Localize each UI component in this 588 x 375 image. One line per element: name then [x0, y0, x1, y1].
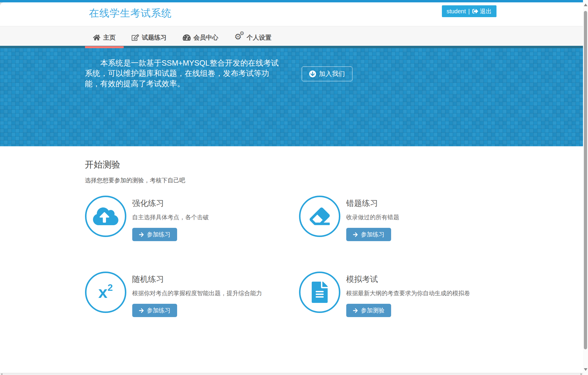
- quiz-cards: 强化练习 自主选择具体考点，各个击破 参加练习: [85, 196, 498, 317]
- vertical-scrollbar[interactable]: [583, 0, 588, 375]
- nav-item-label: 会员中心: [194, 33, 218, 42]
- card-icon-circle: [299, 272, 340, 313]
- username-label: student: [447, 8, 466, 15]
- page-body: 在线学生考试系统 student | 退出 主页: [0, 2, 583, 373]
- main-nav: 主页 试题练习 会员中心 ⚙⚙ 个人设置: [0, 26, 583, 48]
- card-title: 随机练习: [132, 274, 262, 285]
- home-icon: [93, 34, 100, 41]
- arrow-right-icon: [139, 232, 144, 237]
- card-intensive-practice: 强化练习 自主选择具体考点，各个击破 参加练习: [85, 196, 299, 241]
- card-button-label: 参加练习: [361, 230, 385, 238]
- logout-button[interactable]: student | 退出: [442, 5, 496, 17]
- join-practice-button[interactable]: 参加练习: [132, 304, 177, 317]
- sign-out-icon: [472, 8, 478, 14]
- card-icon-circle: [85, 196, 126, 237]
- join-practice-button[interactable]: 参加练习: [132, 228, 177, 241]
- card-description: 根据你对考点的掌握程度智能出题，提升综合能力: [132, 289, 262, 297]
- nav-item-practice[interactable]: 试题练习: [124, 26, 175, 48]
- arrow-right-icon: [139, 308, 144, 313]
- card-button-label: 参加测验: [361, 306, 385, 314]
- card-title: 模拟考试: [346, 274, 470, 285]
- nav-item-member-center[interactable]: 会员中心: [175, 26, 226, 48]
- nav-item-label: 试题练习: [142, 33, 167, 42]
- hero-description: 本系统是一款基于SSM+MYSQL整合开发的在线考试系统，可以维护题库和试题，在…: [85, 58, 280, 89]
- card-description: 收录做过的所有错题: [346, 213, 399, 221]
- nav-item-home[interactable]: 主页: [85, 26, 124, 48]
- card-icon-circle: [299, 196, 340, 237]
- cloud-upload-icon: [93, 206, 118, 227]
- hero-banner: 本系统是一款基于SSM+MYSQL整合开发的在线考试系统，可以维护题库和试题，在…: [0, 48, 583, 146]
- logout-label: 退出: [480, 7, 492, 15]
- card-button-label: 参加练习: [147, 306, 171, 314]
- scroll-down-arrow-icon[interactable]: [584, 368, 587, 371]
- dashboard-icon: [183, 34, 191, 41]
- x-squared-icon: x2: [98, 284, 113, 301]
- arrow-circle-down-icon: [309, 70, 316, 77]
- scroll-left-arrow-icon[interactable]: [1, 373, 2, 375]
- browser-viewport: 在线学生考试系统 student | 退出 主页: [0, 0, 583, 373]
- section-title: 开始测验: [85, 159, 498, 171]
- nav-list: 主页 试题练习 会员中心 ⚙⚙ 个人设置: [85, 26, 498, 48]
- arrow-right-icon: [353, 308, 358, 313]
- card-button-label: 参加练习: [147, 230, 171, 238]
- vertical-scrollbar-thumb[interactable]: [584, 11, 587, 349]
- gears-icon: ⚙⚙: [234, 33, 244, 42]
- card-wrong-questions: 错题练习 收录做过的所有错题 参加练习: [299, 196, 513, 241]
- nav-item-settings[interactable]: ⚙⚙ 个人设置: [226, 26, 280, 48]
- card-mock-exam: 模拟考试 根据最新大纲的考查要求为你自动生成的模拟卷 参加测验: [299, 272, 513, 317]
- join-us-label: 加入我们: [319, 69, 345, 78]
- quiz-section: 开始测验 选择您想要参加的测验，考核下自己吧 强化练习 自主选择具体考点，各个击…: [0, 146, 583, 317]
- join-practice-button[interactable]: 参加练习: [346, 228, 391, 241]
- card-title: 错题练习: [346, 198, 399, 209]
- card-description: 自主选择具体考点，各个击破: [132, 213, 209, 221]
- edit-icon: [132, 34, 139, 41]
- nav-item-label: 主页: [103, 33, 116, 42]
- header: 在线学生考试系统 student | 退出: [0, 2, 583, 26]
- scroll-up-arrow-icon[interactable]: [584, 4, 587, 6]
- card-icon-circle: x2: [85, 272, 126, 313]
- file-text-icon: [311, 282, 328, 303]
- site-title: 在线学生考试系统: [89, 7, 172, 20]
- join-quiz-button[interactable]: 参加测验: [346, 304, 391, 317]
- card-title: 强化练习: [132, 198, 209, 209]
- section-subtitle: 选择您想要参加的测验，考核下自己吧: [85, 176, 498, 184]
- card-description: 根据最新大纲的考查要求为你自动生成的模拟卷: [346, 289, 470, 297]
- join-us-button[interactable]: 加入我们: [302, 66, 352, 81]
- card-random-practice: x2 随机练习 根据你对考点的掌握程度智能出题，提升综合能力 参加练习: [85, 272, 299, 317]
- top-accent-bar: [0, 0, 583, 2]
- horizontal-scrollbar[interactable]: [0, 373, 583, 375]
- eraser-icon: [309, 206, 330, 226]
- scroll-right-arrow-icon[interactable]: [581, 373, 582, 375]
- nav-item-label: 个人设置: [247, 33, 272, 42]
- separator: |: [468, 8, 470, 15]
- arrow-right-icon: [353, 232, 358, 237]
